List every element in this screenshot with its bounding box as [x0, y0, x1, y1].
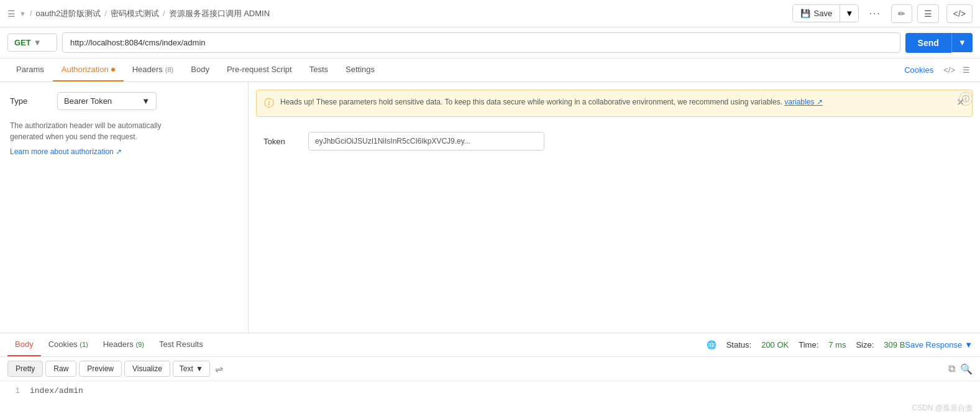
- url-bar: GET ▼ Send ▼: [0, 27, 980, 58]
- breadcrumb-3[interactable]: 资源服务器接口调用 ADMIN: [169, 8, 270, 19]
- auth-right-panel: ⓘ Heads up! These parameters hold sensit…: [249, 82, 980, 333]
- tab-settings[interactable]: Settings: [337, 58, 383, 81]
- tab-authorization[interactable]: Authorization: [53, 58, 124, 81]
- variables-link[interactable]: variables ↗: [784, 98, 822, 106]
- menu-icon[interactable]: ☰: [7, 9, 16, 19]
- top-bar-actions: 💾 Save ▼ ··· ✏ ☰ </>: [792, 4, 973, 23]
- size-label: Size:: [856, 340, 874, 349]
- tab-body[interactable]: Body: [182, 58, 218, 81]
- send-button-group: Send ▼: [905, 33, 973, 53]
- response-tab-test-results[interactable]: Test Results: [152, 333, 211, 356]
- send-button[interactable]: Send: [905, 33, 951, 53]
- type-label: Type: [10, 96, 47, 106]
- format-right-icons: ⧉ 🔍: [948, 363, 973, 375]
- tab-body-label: Body: [191, 65, 209, 74]
- alert-text: Heads up! These parameters hold sensitiv…: [280, 96, 950, 108]
- cookies-link[interactable]: Cookies: [899, 59, 938, 81]
- response-tab-cookies-label: Cookies: [48, 340, 78, 349]
- learn-more-link[interactable]: Learn more about authorization ↗: [10, 147, 122, 156]
- send-dropdown-button[interactable]: ▼: [951, 33, 973, 52]
- main-content: Type Bearer Token ▼ The authorization he…: [0, 82, 980, 333]
- status-label: Status:: [726, 340, 751, 349]
- raw-button[interactable]: Raw: [45, 361, 76, 377]
- token-input[interactable]: [308, 132, 544, 150]
- copy-icon[interactable]: ⧉: [948, 363, 955, 374]
- more-options-button[interactable]: ···: [864, 4, 886, 23]
- url-input[interactable]: [62, 32, 900, 53]
- auth-type-select[interactable]: Bearer Token ▼: [57, 92, 157, 110]
- tab-pre-request-label: Pre-request Script: [227, 65, 292, 74]
- sidebar-toggle-icon[interactable]: ☰: [960, 59, 973, 81]
- preview-button[interactable]: Preview: [79, 361, 122, 377]
- breadcrumb-dropdown-icon[interactable]: ▼: [19, 10, 26, 17]
- save-button[interactable]: 💾 Save: [793, 5, 840, 22]
- alert-icon: ⓘ: [264, 97, 274, 110]
- tab-authorization-label: Authorization: [62, 65, 109, 74]
- response-tab-test-results-label: Test Results: [159, 340, 203, 349]
- response-section: Body Cookies (1) Headers (9) Test Result…: [0, 333, 980, 416]
- tab-pre-request[interactable]: Pre-request Script: [218, 58, 301, 81]
- auth-info-text: The authorization header will be automat…: [10, 120, 238, 157]
- status-value: 200 OK: [761, 340, 789, 349]
- auth-type-dropdown-icon: ▼: [142, 96, 150, 106]
- response-code-area: 1 index/admin: [0, 381, 980, 400]
- tab-headers-label: Headers: [132, 65, 163, 74]
- time-label: Time:: [799, 340, 818, 349]
- method-value: GET: [14, 38, 31, 47]
- code-line-1: 1 index/admin: [7, 386, 973, 395]
- tab-params-label: Params: [16, 65, 44, 74]
- breadcrumb-1[interactable]: oauth2进阶版测试: [36, 8, 101, 19]
- save-button-group: 💾 Save ▼: [792, 4, 859, 22]
- visualize-button[interactable]: Visualize: [124, 361, 170, 377]
- wrap-lines-icon[interactable]: ⇌: [215, 363, 223, 375]
- breadcrumb-area: ☰ ▼ / oauth2进阶版测试 / 密码模式测试 / 资源服务器接口调用 A…: [7, 8, 792, 19]
- edit-button[interactable]: ✏: [891, 4, 912, 23]
- format-bar: Pretty Raw Preview Visualize Text ▼ ⇌ ⧉ …: [0, 357, 980, 381]
- pretty-button[interactable]: Pretty: [7, 361, 43, 377]
- breadcrumb-2[interactable]: 密码模式测试: [111, 8, 159, 19]
- response-tab-body-label: Body: [15, 340, 34, 349]
- request-tabs: Params Authorization Headers (8) Body Pr…: [0, 58, 980, 82]
- save-label: Save: [814, 9, 833, 18]
- globe-icon: 🌐: [707, 340, 717, 349]
- auth-left-panel: Type Bearer Token ▼ The authorization he…: [0, 82, 249, 333]
- save-icon: 💾: [800, 9, 810, 18]
- format-type-dropdown[interactable]: Text ▼: [173, 361, 210, 377]
- auth-info-line2: generated when you send the request.: [10, 131, 238, 142]
- tab-headers[interactable]: Headers (8): [124, 58, 183, 81]
- save-response-button[interactable]: Save Response ▼: [905, 340, 973, 349]
- headers-badge: (8): [165, 66, 173, 73]
- save-response-dropdown-icon: ▼: [964, 340, 973, 349]
- top-bar: ☰ ▼ / oauth2进阶版测试 / 密码模式测试 / 资源服务器接口调用 A…: [0, 0, 980, 27]
- method-select[interactable]: GET ▼: [7, 34, 57, 52]
- response-tab-headers[interactable]: Headers (9): [96, 333, 152, 356]
- size-value: 309 B: [884, 340, 905, 349]
- code-view-icon[interactable]: </>: [938, 59, 960, 81]
- auth-type-value: Bearer Token: [64, 96, 112, 106]
- tab-params[interactable]: Params: [7, 58, 53, 81]
- search-icon[interactable]: 🔍: [960, 363, 973, 375]
- response-tab-headers-label: Headers: [103, 340, 134, 349]
- tab-tests-label: Tests: [309, 65, 328, 74]
- response-tab-cookies[interactable]: Cookies (1): [41, 333, 96, 356]
- sensitive-data-alert: ⓘ Heads up! These parameters hold sensit…: [256, 90, 973, 117]
- response-headers-count-badge: (9): [135, 341, 144, 348]
- auth-type-row: Type Bearer Token ▼: [10, 92, 238, 110]
- tab-tests[interactable]: Tests: [301, 58, 337, 81]
- code-button[interactable]: </>: [946, 4, 973, 23]
- line-number-1: 1: [7, 386, 20, 395]
- token-label: Token: [263, 137, 301, 146]
- tab-settings-label: Settings: [346, 65, 375, 74]
- info-icon[interactable]: ⓘ: [959, 92, 973, 106]
- method-dropdown-icon: ▼: [34, 38, 42, 47]
- format-type-value: Text: [180, 364, 193, 373]
- line-content-1: index/admin: [30, 386, 83, 395]
- time-value: 7 ms: [828, 340, 846, 349]
- auth-info-line1: The authorization header will be automat…: [10, 120, 238, 131]
- response-status-info: 🌐 Status: 200 OK Time: 7 ms Size: 309 B: [707, 340, 905, 349]
- format-type-dropdown-icon: ▼: [196, 364, 203, 373]
- response-tab-body[interactable]: Body: [7, 333, 41, 356]
- watermark: CSDN @孤居自傲: [0, 400, 980, 416]
- documentation-button[interactable]: ☰: [917, 4, 939, 23]
- save-dropdown-button[interactable]: ▼: [840, 5, 858, 22]
